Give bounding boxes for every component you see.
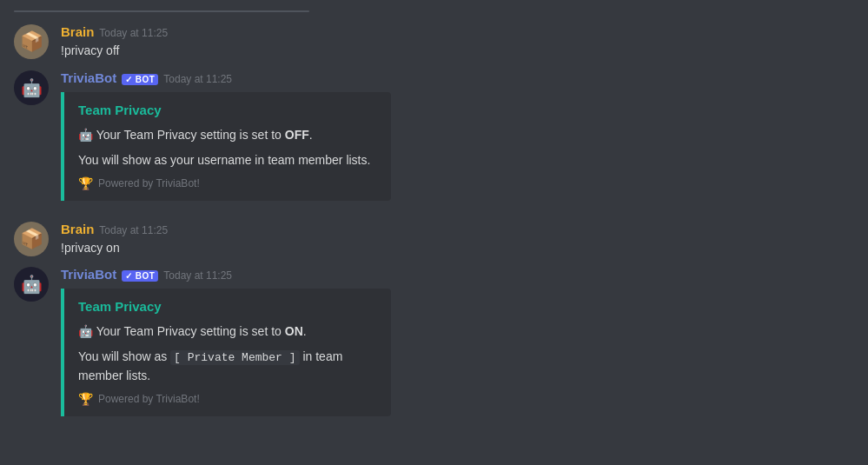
bot-badge-2: ✓ BOT [122, 270, 158, 282]
triviabot-footer-icon-1: 🏆 [78, 176, 93, 190]
embed-desc-prefix-2: You will show as [78, 349, 170, 363]
embed-footer-text-2: Powered by TriviaBot! [98, 393, 200, 405]
message-content-2: TriviaBot ✓ BOT Today at 11:25 Team Priv… [61, 70, 854, 201]
timestamp-1: Today at 11:25 [99, 27, 168, 39]
avatar-brain-2: 📦 [14, 222, 49, 256]
username-brain-2: Brain [61, 222, 94, 236]
message-header-1: Brain Today at 11:25 [61, 24, 854, 39]
message-content-1: Brain Today at 11:25 !privacy off [61, 24, 854, 60]
embed-status-on: ON [285, 324, 303, 338]
embed-body-prefix-2: 🤖 Your Team Privacy setting is set to [78, 324, 285, 338]
embed-description-1: You will show as your username in team m… [78, 151, 377, 169]
avatar-triviabot-2: 🤖 [14, 267, 49, 302]
username-brain-1: Brain [61, 24, 94, 39]
embed-title-2: Team Privacy [78, 299, 377, 314]
message-header-3: Brain Today at 11:25 [61, 222, 854, 236]
embed-description-2: You will show as [ Private Member ] in t… [78, 348, 377, 385]
timestamp-4: Today at 11:25 [163, 269, 232, 282]
message-group-3: 📦 Brain Today at 11:25 !privacy on [14, 216, 854, 262]
triviabot-footer-icon-2: 🏆 [78, 392, 93, 406]
checkmark-icon-1: ✓ [125, 75, 133, 84]
embed-body-prefix-1: 🤖 Your Team Privacy setting is set to [78, 128, 285, 142]
embed-footer-text-1: Powered by TriviaBot! [98, 177, 200, 189]
top-divider [14, 10, 309, 12]
avatar-brain-1: 📦 [14, 24, 49, 59]
bot-badge-1: ✓ BOT [122, 74, 158, 85]
message-header-4: TriviaBot ✓ BOT Today at 11:25 [61, 267, 854, 282]
private-member-badge: [ Private Member ] [170, 350, 299, 365]
message-header-2: TriviaBot ✓ BOT Today at 11:25 [61, 70, 854, 85]
message-content-3: Brain Today at 11:25 !privacy on [61, 222, 854, 257]
message-text-3: !privacy on [61, 240, 854, 257]
embed-card-2: Team Privacy 🤖 Your Team Privacy setting… [61, 289, 391, 416]
embed-footer-1: 🏆 Powered by TriviaBot! [78, 176, 377, 190]
timestamp-3: Today at 11:25 [99, 224, 168, 236]
message-group-1: 📦 Brain Today at 11:25 !privacy off [14, 19, 854, 65]
embed-status-off: OFF [285, 128, 309, 142]
embed-body-1: 🤖 Your Team Privacy setting is set to OF… [78, 126, 377, 144]
message-content-4: TriviaBot ✓ BOT Today at 11:25 Team Priv… [61, 267, 854, 416]
embed-card-1: Team Privacy 🤖 Your Team Privacy setting… [61, 92, 391, 201]
username-triviabot-2: TriviaBot [61, 267, 116, 282]
message-group-2: 🤖 TriviaBot ✓ BOT Today at 11:25 Team Pr… [14, 65, 854, 206]
separator-1 [14, 206, 854, 216]
checkmark-icon-2: ✓ [125, 271, 133, 281]
avatar-triviabot-1: 🤖 [14, 70, 49, 105]
timestamp-2: Today at 11:25 [163, 73, 232, 85]
username-triviabot-1: TriviaBot [61, 70, 116, 85]
message-text-1: !privacy off [61, 43, 854, 60]
embed-footer-2: 🏆 Powered by TriviaBot! [78, 392, 377, 406]
message-group-4: 🤖 TriviaBot ✓ BOT Today at 11:25 Team Pr… [14, 262, 854, 422]
embed-body-2: 🤖 Your Team Privacy setting is set to ON… [78, 322, 377, 341]
embed-title-1: Team Privacy [78, 103, 377, 117]
embed-body-suffix-2: . [303, 324, 307, 338]
embed-body-suffix-1: . [309, 128, 313, 142]
chat-area: 📦 Brain Today at 11:25 !privacy off 🤖 Tr… [0, 0, 868, 430]
